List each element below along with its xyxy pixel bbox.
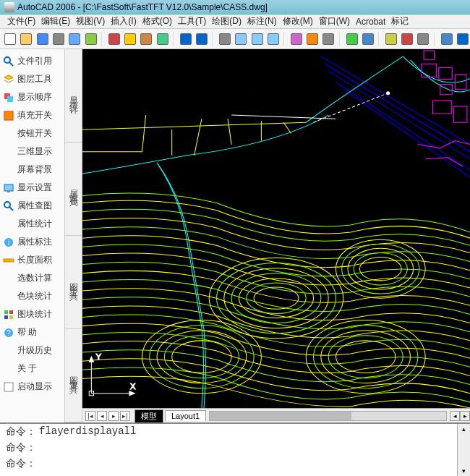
svg-rect-13 <box>9 315 13 319</box>
palette-item-14[interactable]: 图块统计 <box>0 305 64 323</box>
undo-button[interactable] <box>178 31 192 47</box>
help-button[interactable] <box>456 31 470 47</box>
fill-icon <box>3 110 14 122</box>
menu-item-6[interactable]: 绘图(D) <box>212 15 242 27</box>
hscroll-right[interactable]: ▸ <box>460 411 470 421</box>
menu-item-1[interactable]: 编辑(E) <box>41 15 70 27</box>
palette-item-17[interactable]: 关 于 <box>0 360 64 378</box>
dc-button[interactable] <box>305 31 320 47</box>
help-icon <box>457 33 469 45</box>
match-button[interactable] <box>155 31 169 47</box>
cmd-line-2[interactable]: 命令： <box>0 456 457 472</box>
zoomwin-button[interactable] <box>249 31 264 47</box>
copy-button[interactable] <box>123 31 137 47</box>
palette-item-15[interactable]: ?帮 助 <box>0 323 64 341</box>
palette-item-16[interactable]: 升级历史 <box>0 341 64 360</box>
cut-button[interactable] <box>107 31 121 47</box>
menu-item-0[interactable]: 文件(F) <box>7 15 35 27</box>
toolbar-separator <box>212 32 215 46</box>
blank <box>3 164 14 176</box>
zoomprev-button[interactable] <box>266 31 281 47</box>
vtab-1[interactable]: 属性布局 <box>65 143 82 236</box>
save-button[interactable] <box>35 31 50 47</box>
menu-item-3[interactable]: 插入(I) <box>111 15 136 27</box>
menu-item-4[interactable]: 格式(O) <box>142 15 172 27</box>
svg-rect-11 <box>9 310 13 314</box>
menu-item-9[interactable]: 窗口(W) <box>319 15 350 27</box>
hscroll-thumb[interactable] <box>210 412 351 420</box>
cmd-line-0: 命令：flayerdisplayall <box>0 424 457 440</box>
sheet-button[interactable] <box>384 31 398 47</box>
palette-item-label: 色块统计 <box>17 290 52 302</box>
vtab-2[interactable]: 图形工具 <box>65 236 82 329</box>
publish-button[interactable] <box>83 31 98 47</box>
cmd-vscrollbar[interactable]: ▴ ▾ <box>457 424 470 476</box>
command-area: 命令：flayerdisplayall命令：命令： ▴ ▾ <box>0 422 470 476</box>
palette-item-10[interactable]: i属性标注 <box>0 233 64 251</box>
menu-item-10[interactable]: Acrobat <box>356 17 385 27</box>
pan-button[interactable] <box>218 31 232 47</box>
menu-item-8[interactable]: 修改(M) <box>283 15 313 27</box>
vtab-3[interactable]: 图像工具 <box>65 329 82 422</box>
tab-next-button[interactable]: ▸ <box>108 411 119 421</box>
tab-last-button[interactable]: ▸| <box>120 411 130 421</box>
hscrollbar[interactable] <box>209 411 447 421</box>
toolbar-separator <box>434 32 437 46</box>
menu-item-5[interactable]: 工具(T) <box>178 15 206 27</box>
drawing-wrap: ···· ···· ···· ···· ·· ···· · Y X <box>82 49 470 422</box>
menu-item-11[interactable]: 标记 <box>391 15 409 27</box>
dc-icon <box>307 33 318 45</box>
block-button[interactable] <box>344 31 359 47</box>
markup-button[interactable] <box>400 31 414 47</box>
redo-button[interactable] <box>195 31 209 47</box>
drawing-canvas[interactable]: ···· ···· ···· ···· ·· ···· · Y X <box>82 49 470 408</box>
svg-text:·: · <box>306 83 307 87</box>
palette-item-8[interactable]: 属性查图 <box>0 197 64 215</box>
table-button[interactable] <box>361 31 375 47</box>
palette-item-4[interactable]: 按钮开关 <box>0 124 64 143</box>
print-button[interactable] <box>51 31 66 47</box>
copy-icon <box>124 33 136 45</box>
tab-prev-button[interactable]: ◂ <box>97 411 107 421</box>
palette-item-12[interactable]: 选数计算 <box>0 269 64 287</box>
cmd-scroll-up-icon[interactable]: ▴ <box>462 425 466 433</box>
save-icon <box>37 33 48 45</box>
palette-item-7[interactable]: 显示设置 <box>0 179 64 197</box>
app-icon <box>4 2 14 12</box>
layout1-tab[interactable]: Layout1 <box>165 410 206 421</box>
paste-button[interactable] <box>139 31 153 47</box>
svg-text:·: · <box>127 156 128 160</box>
menu-item-7[interactable]: 标注(N) <box>247 15 277 27</box>
tab-first-button[interactable]: |◂ <box>85 411 95 421</box>
palette-item-11[interactable]: 长度面积 <box>0 251 64 269</box>
model-tab[interactable]: 模型 <box>134 409 163 422</box>
new-button[interactable] <box>3 31 17 47</box>
props-button[interactable] <box>289 31 304 47</box>
menu-item-2[interactable]: 视图(V) <box>76 15 105 27</box>
palette-item-label: 关 于 <box>17 362 37 375</box>
palette-item-6[interactable]: 屏幕背景 <box>0 161 64 179</box>
palette-item-9[interactable]: 属性统计 <box>0 215 64 233</box>
palette-item-2[interactable]: 显示顺序 <box>0 88 64 106</box>
svg-rect-12 <box>4 315 8 319</box>
measure-icon <box>3 255 14 266</box>
preview-button[interactable] <box>67 31 82 47</box>
palette-item-18[interactable]: 启动显示 <box>0 378 64 396</box>
open-button[interactable] <box>19 31 33 47</box>
cmd-scroll-down-icon[interactable]: ▾ <box>462 467 466 475</box>
calc-button[interactable] <box>416 31 430 47</box>
palette-item-label: 屏幕背景 <box>17 163 52 176</box>
palette-item-0[interactable]: 文件引用 <box>0 52 64 70</box>
blank <box>3 128 14 140</box>
palette-item-5[interactable]: 三维显示 <box>0 143 64 161</box>
props-icon <box>291 33 302 45</box>
palette-item-3[interactable]: 填充开关 <box>0 106 64 124</box>
vtab-0[interactable]: 显示统计 <box>65 49 82 143</box>
zoom-button[interactable] <box>234 31 248 47</box>
hscroll-left[interactable]: ◂ <box>450 411 460 421</box>
palette-item-13[interactable]: 色块统计 <box>0 287 64 305</box>
tool-button[interactable] <box>321 31 336 47</box>
palette-item-1[interactable]: 图层工具 <box>0 70 64 88</box>
ws-button[interactable] <box>439 31 453 47</box>
palette-item-label: 显示顺序 <box>17 91 52 103</box>
